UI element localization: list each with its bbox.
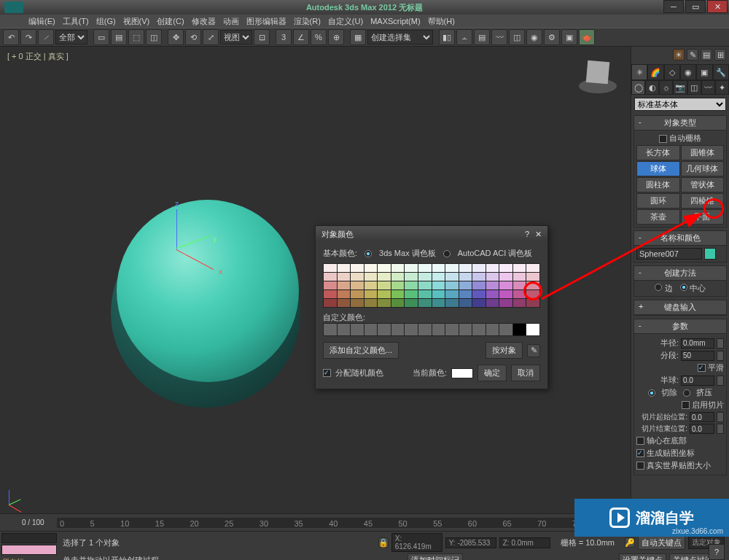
rollout-kb-entry[interactable]: +键盘输入 (634, 300, 726, 315)
render-setup-icon[interactable]: ⚙ (544, 29, 560, 45)
color-swatch[interactable] (418, 264, 432, 272)
custom-swatch[interactable] (499, 324, 512, 335)
slice-check[interactable] (682, 401, 690, 409)
color-swatch[interactable] (378, 281, 391, 289)
color-swatch[interactable] (432, 264, 445, 272)
color-swatch[interactable] (526, 281, 539, 289)
color-swatch[interactable] (338, 264, 351, 272)
object-type-button[interactable]: 平面 (681, 209, 725, 225)
color-swatch[interactable] (445, 299, 459, 307)
custom-swatch[interactable] (364, 324, 378, 335)
color-swatch[interactable] (338, 273, 351, 281)
color-swatch[interactable] (405, 281, 418, 289)
ref-coord[interactable]: 视图 (220, 30, 252, 44)
rollout-params[interactable]: -参数 (634, 319, 726, 334)
help-icon[interactable]: ? (709, 544, 725, 560)
window-cross-icon[interactable]: ◫ (146, 29, 162, 45)
custom-swatch[interactable] (526, 324, 539, 335)
undo-icon[interactable]: ↶ (3, 29, 19, 45)
color-swatch[interactable] (378, 264, 391, 272)
select-icon[interactable]: ▭ (93, 29, 109, 45)
color-swatch[interactable] (472, 273, 486, 281)
color-swatch[interactable] (418, 290, 432, 298)
angle-snap-icon[interactable]: ∠ (293, 29, 309, 45)
color-swatch[interactable] (486, 281, 499, 289)
color-swatch[interactable] (459, 299, 472, 307)
color-swatch[interactable] (445, 273, 459, 281)
color-swatch[interactable] (499, 290, 512, 298)
object-type-button[interactable]: 几何球体 (681, 161, 725, 176)
object-type-button[interactable]: 圆柱体 (636, 177, 680, 192)
material-icon[interactable]: ◉ (526, 29, 542, 45)
custom-swatch[interactable] (486, 324, 499, 335)
tool-icon[interactable]: ⊞ (714, 49, 726, 61)
move-icon[interactable]: ✥ (168, 29, 184, 45)
tool-icon[interactable]: ▤ (701, 49, 712, 61)
menu-item[interactable]: MAXScript(M) (368, 17, 422, 26)
color-swatch[interactable] (513, 299, 526, 307)
sphere-object[interactable]: z y x (117, 200, 306, 389)
color-swatch[interactable] (499, 264, 512, 272)
object-type-button[interactable]: 圆锥体 (681, 145, 725, 160)
custom-swatch[interactable] (445, 324, 459, 335)
color-swatch[interactable] (513, 273, 526, 281)
random-color-check[interactable] (323, 369, 331, 377)
dialog-help-icon[interactable]: ? (525, 230, 529, 239)
cameras-tab[interactable]: 📷 (673, 80, 687, 95)
systems-tab[interactable]: ✦ (715, 80, 729, 95)
menu-item[interactable]: 组(G) (94, 16, 118, 27)
custom-swatch[interactable] (472, 324, 486, 335)
color-swatch[interactable] (513, 264, 526, 272)
color-swatch[interactable] (445, 290, 459, 298)
custom-swatch[interactable] (418, 324, 432, 335)
color-swatch[interactable] (472, 264, 486, 272)
color-swatch[interactable] (364, 299, 378, 307)
object-type-button[interactable]: 球体 (636, 161, 680, 176)
color-swatch[interactable] (432, 299, 445, 307)
custom-swatch[interactable] (324, 324, 337, 335)
viewport[interactable]: [ + 0 正交 | 真实 ] z y x 对象颜色 ? ✕ (0, 47, 631, 513)
spinner-snap-icon[interactable]: ⊕ (328, 29, 344, 45)
color-swatch[interactable] (432, 281, 445, 289)
rollout-name-color[interactable]: -名称和颜色 (634, 231, 726, 246)
percent-snap-icon[interactable]: % (311, 29, 327, 45)
mirror-icon[interactable]: ▮▯ (439, 29, 455, 45)
object-name-input[interactable] (636, 248, 702, 260)
menu-item[interactable]: 修改器 (190, 16, 218, 27)
color-swatch[interactable] (459, 264, 472, 272)
object-type-button[interactable]: 茶壶 (636, 209, 680, 225)
segments-spinner[interactable] (681, 351, 714, 361)
color-swatch[interactable] (391, 264, 405, 272)
base-pivot-check[interactable] (636, 437, 644, 445)
color-swatch[interactable] (351, 299, 364, 307)
custom-swatch[interactable] (432, 324, 445, 335)
color-swatch[interactable] (324, 299, 337, 307)
color-swatch[interactable] (378, 290, 391, 298)
gen-uv-check[interactable] (636, 449, 644, 457)
lights-tab[interactable]: ☼ (659, 80, 673, 95)
viewcube[interactable] (580, 55, 616, 92)
set-key-button[interactable]: 设置关键点 (619, 553, 666, 560)
color-swatch[interactable] (472, 290, 486, 298)
color-swatch[interactable] (405, 299, 418, 307)
spinner-icon[interactable] (717, 376, 724, 386)
eyedropper-icon[interactable]: ✎ (527, 344, 540, 357)
color-swatch[interactable] (351, 273, 364, 281)
color-swatch[interactable] (418, 299, 432, 307)
select-name-icon[interactable]: ▤ (111, 29, 127, 45)
real-world-check[interactable] (636, 462, 644, 470)
space-warps-tab[interactable]: 〰 (701, 80, 715, 95)
z-coord[interactable]: Z: 0.0mm (499, 537, 550, 548)
region-icon[interactable]: ⬚ (128, 29, 144, 45)
color-swatch[interactable] (445, 264, 459, 272)
color-swatch[interactable] (405, 264, 418, 272)
sun-icon[interactable]: ☀ (673, 49, 685, 61)
curve-editor-icon[interactable]: 〰 (491, 29, 507, 45)
layers-icon[interactable]: ▤ (474, 29, 490, 45)
custom-swatch[interactable] (459, 324, 472, 335)
tool-icon[interactable]: ✎ (687, 49, 698, 61)
color-swatch[interactable] (378, 299, 391, 307)
radio-center[interactable] (680, 284, 687, 291)
color-swatch[interactable] (391, 273, 405, 281)
snap-icon[interactable]: 3 (276, 29, 292, 45)
